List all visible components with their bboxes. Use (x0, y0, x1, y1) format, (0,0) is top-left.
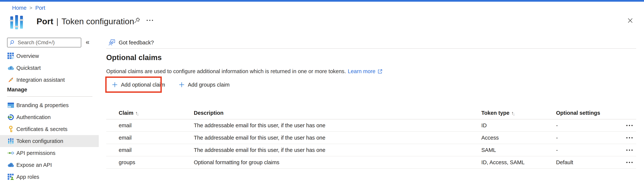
toolbar-divider (106, 48, 636, 49)
sidebar-item-label: API permissions (16, 150, 56, 156)
sidebar-nav: Overview Quickstart Integration assi (0, 50, 99, 181)
pin-button[interactable] (133, 16, 141, 25)
cell-token-type: SAML (481, 147, 556, 153)
feedback-icon (109, 39, 115, 46)
add-groups-claim-label: Add groups claim (188, 82, 230, 88)
api-permissions-icon (8, 149, 14, 156)
rocket-icon (8, 76, 14, 83)
sidebar-item-token-configuration[interactable]: Token configuration (0, 135, 99, 147)
add-optional-claim-label: Add optional claim (121, 82, 165, 88)
command-bar: Add optional claim Add groups claim (105, 77, 235, 93)
quickstart-icon (8, 64, 14, 71)
more-commands-button[interactable] (145, 17, 155, 24)
cell-claim: groups (106, 159, 194, 165)
table-row: email The addressable email for this use… (106, 132, 636, 144)
cell-optional-settings: - (556, 135, 620, 141)
sidebar-item-overview[interactable]: Overview (0, 50, 99, 62)
optional-claims-heading: Optional claims (106, 53, 162, 62)
sidebar-item-integration-assistant[interactable]: Integration assistant (0, 74, 99, 86)
sidebar-item-label: App roles (16, 174, 39, 180)
cell-token-type: ID, Access, SAML (481, 159, 556, 165)
more-options-icon (626, 125, 633, 126)
more-options-icon (626, 137, 633, 139)
column-header-claim[interactable]: Claim ↑↓ (106, 110, 194, 116)
cell-token-type: Access (481, 135, 556, 141)
pin-icon (134, 17, 140, 24)
breadcrumb-separator: > (30, 5, 32, 11)
sidebar-item-label: Authentication (16, 114, 51, 120)
breadcrumb-home-link[interactable]: Home (12, 5, 26, 11)
token-configuration-app-icon (9, 14, 24, 31)
breadcrumb: Home > Port (12, 5, 45, 11)
learn-more-link[interactable]: Learn more (348, 68, 375, 74)
row-more-options-button[interactable] (626, 125, 633, 126)
search-input[interactable] (17, 39, 81, 46)
expose-api-icon (8, 161, 14, 168)
sidebar-item-quickstart[interactable]: Quickstart (0, 62, 99, 74)
table-header-row: Claim ↑↓ Description Token type ↑↓ Optio… (106, 107, 636, 119)
cell-description: The addressable email for this user, if … (194, 122, 481, 129)
description-text: Optional claims are used to configure ad… (106, 68, 346, 74)
cell-claim: email (106, 147, 194, 153)
add-groups-claim-button[interactable]: Add groups claim (173, 77, 235, 93)
column-header-token-type[interactable]: Token type ↑↓ (481, 110, 556, 116)
sidebar-item-certificates-secrets[interactable]: Certificates & secrets (0, 123, 99, 135)
sidebar-item-label: Branding & properties (16, 102, 69, 108)
cell-description: The addressable email for this user, if … (194, 147, 481, 153)
breadcrumb-port-link[interactable]: Port (36, 5, 45, 11)
key-icon (8, 126, 14, 133)
plus-icon (179, 82, 184, 88)
optional-claims-description: Optional claims are used to configure ad… (106, 68, 382, 74)
table-row: email The addressable email for this use… (106, 119, 636, 132)
sidebar-item-authentication[interactable]: Authentication (0, 111, 99, 123)
close-icon (628, 18, 633, 23)
ellipsis-icon (146, 20, 153, 21)
top-accent-bar (0, 0, 644, 2)
row-more-options-button[interactable] (626, 161, 633, 163)
external-link-icon (377, 69, 382, 74)
search-icon (10, 40, 15, 45)
cell-description: The addressable email for this user, if … (194, 135, 481, 141)
cell-optional-settings: - (556, 122, 620, 129)
token-configuration-page: Home > Port Port | Token configuration (0, 0, 644, 181)
more-options-icon (626, 161, 633, 163)
table-row: groups Optional formatting for group cla… (106, 156, 636, 169)
row-more-options-button[interactable] (626, 137, 633, 139)
sidebar-item-branding-properties[interactable]: Branding & properties (0, 99, 99, 111)
sidebar-item-label: Integration assistant (16, 77, 65, 83)
cell-claim: email (106, 135, 194, 141)
add-optional-claim-button[interactable]: Add optional claim (105, 77, 172, 93)
authentication-icon (8, 114, 14, 121)
page-title-app-name: Port (36, 17, 53, 26)
sidebar-item-label: Certificates & secrets (16, 126, 68, 132)
sidebar-item-app-roles[interactable]: App roles (0, 171, 99, 181)
cell-optional-settings: - (556, 147, 620, 153)
row-more-options-button[interactable] (626, 149, 633, 151)
got-feedback-label: Got feedback? (119, 40, 154, 46)
page-title-divider: | (56, 17, 58, 26)
sort-icon: ↑↓ (511, 111, 515, 115)
sidebar-section-manage: Manage (7, 86, 99, 93)
sidebar-divider (7, 96, 92, 97)
cell-token-type: ID (481, 122, 556, 129)
browser-window-icon (8, 102, 14, 109)
got-feedback-button[interactable]: Got feedback? (109, 39, 154, 47)
column-header-description: Description (194, 110, 481, 116)
cell-optional-settings: Default (556, 159, 620, 165)
cell-description: Optional formatting for group claims (194, 159, 481, 165)
sidebar-item-expose-an-api[interactable]: Expose an API (0, 159, 99, 171)
sort-icon: ↑↓ (135, 111, 139, 115)
sidebar-item-label: Overview (16, 53, 39, 59)
collapse-sidebar-button[interactable]: « (83, 38, 92, 46)
sidebar-item-label: Expose an API (16, 162, 52, 168)
sidebar-item-api-permissions[interactable]: API permissions (0, 147, 99, 159)
page-title: Port | Token configuration (36, 15, 134, 28)
sidebar-item-label: Token configuration (16, 138, 63, 144)
overview-icon (8, 52, 14, 60)
table-row: email The addressable email for this use… (106, 144, 636, 156)
column-header-optional-settings: Optional settings (556, 110, 620, 116)
sidebar-search (7, 38, 81, 47)
sidebar-item-label: Quickstart (16, 65, 41, 71)
close-blade-button[interactable] (626, 17, 634, 25)
cell-claim: email (106, 122, 194, 129)
